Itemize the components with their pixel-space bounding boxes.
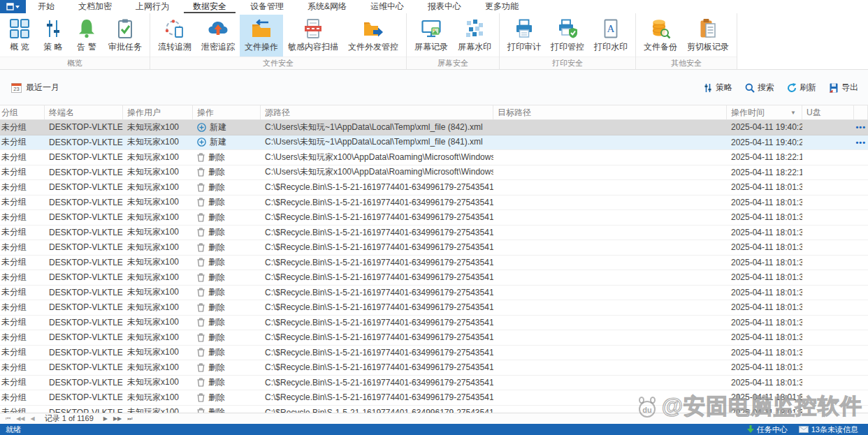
row-more-button[interactable]: ••• xyxy=(854,120,868,135)
ribbon-button-label: 打印水印 xyxy=(594,41,628,53)
toolbar-toolbar-policy-button[interactable]: 策略 xyxy=(703,82,732,94)
source-path-cell: C:\Users\未知玩~1\AppData\Local\Temp\xml_fi… xyxy=(261,120,493,135)
ribbon-button-print-control[interactable]: 打印管控 xyxy=(546,15,589,57)
table-row-17[interactable]: 未分组DESKTOP-VLKTLE1未知玩家x100删除C:\$Recycle.… xyxy=(0,376,868,391)
prev-group-button[interactable]: ◀◀ xyxy=(15,415,26,422)
table-row-1[interactable]: 未分组DESKTOP-VLKTLE1未知玩家x100新建C:\Users\未知玩… xyxy=(0,135,868,151)
sort-desc-icon[interactable]: ▼ xyxy=(790,110,797,116)
usb-cell xyxy=(802,256,854,270)
target-path-cell xyxy=(493,316,727,330)
toolbar-refresh-button[interactable]: 刷新 xyxy=(787,82,816,94)
ribbon-button-print-watermark[interactable]: A打印水印 xyxy=(589,15,632,57)
menu-tab-0[interactable]: 开始 xyxy=(29,0,64,13)
ribbon-button-alert-bell[interactable]: 告 警 xyxy=(70,15,103,57)
ribbon-button-policy-sliders[interactable]: 策 略 xyxy=(36,15,70,57)
table-row-16[interactable]: 未分组DESKTOP-VLKTLE1未知玩家x100删除C:\$Recycle.… xyxy=(0,360,868,376)
table-row-3[interactable]: 未分组DESKTOP-VLKTLE1未知玩家x100删除C:\Users\未知玩… xyxy=(0,165,868,181)
table-row-7[interactable]: 未分组DESKTOP-VLKTLE1未知玩家x100删除C:\$Recycle.… xyxy=(0,226,868,241)
first-page-button[interactable]: ⏮ xyxy=(4,415,12,422)
date-range-filter[interactable]: 23 最近一月 xyxy=(10,79,61,96)
ribbon-button-approval-clipboard[interactable]: 审批任务 xyxy=(103,15,147,57)
column-header-2[interactable]: 操作用户 xyxy=(123,105,193,119)
table-row-14[interactable]: 未分组DESKTOP-VLKTLE1未知玩家x100删除C:\$Recycle.… xyxy=(0,330,868,346)
table-row-5[interactable]: 未分组DESKTOP-VLKTLE1未知玩家x100删除C:\$Recycle.… xyxy=(0,196,868,211)
column-header-8[interactable] xyxy=(854,105,868,119)
task-center-button[interactable]: 任务中心 xyxy=(747,425,788,435)
group-cell: 未分组 xyxy=(0,406,45,413)
time-cell: 2025-04-11 18:01:38 xyxy=(727,270,802,285)
menu-tabs: 开始文档加密上网行为数据安全设备管理系统&网络运维中心报表中心更多功能 xyxy=(26,0,530,13)
ribbon-group-1: 流转追溯泄密追踪文件操作敏感内容扫描文件外发管控文件安全 xyxy=(150,13,407,69)
app-menu-button[interactable] xyxy=(0,0,26,13)
column-header-7[interactable]: U盘 xyxy=(802,105,854,119)
menu-tab-1[interactable]: 文档加密 xyxy=(69,0,121,13)
column-header-0[interactable]: 分组 xyxy=(0,105,45,119)
toolbar-export-button[interactable]: 导出 xyxy=(829,82,858,94)
row-more-button[interactable]: ••• xyxy=(854,135,868,150)
table-row-12[interactable]: 未分组DESKTOP-VLKTLE1未知玩家x100删除C:\$Recycle.… xyxy=(0,300,868,316)
group-cell: 未分组 xyxy=(0,210,45,225)
table-row-8[interactable]: 未分组DESKTOP-VLKTLE1未知玩家x100删除C:\$Recycle.… xyxy=(0,240,868,256)
action-label: 删除 xyxy=(208,196,225,208)
table-row-13[interactable]: 未分组DESKTOP-VLKTLE1未知玩家x100删除C:\$Recycle.… xyxy=(0,316,868,331)
menu-tab-8[interactable]: 更多功能 xyxy=(476,0,528,13)
ribbon-button-flow-trace[interactable]: 流转追溯 xyxy=(153,15,196,57)
column-header-1[interactable]: 终端名 xyxy=(45,105,123,119)
source-path-cell: C:\$Recycle.Bin\S-1-5-21-1619774401-6349… xyxy=(261,316,493,330)
table-row-10[interactable]: 未分组DESKTOP-VLKTLE1未知玩家x100删除C:\$Recycle.… xyxy=(0,270,868,286)
column-header-label: U盘 xyxy=(806,107,821,119)
ribbon-button-leak-cloud[interactable]: 泄密追踪 xyxy=(196,15,240,57)
toolbar-search-button[interactable]: 搜索 xyxy=(745,82,774,94)
menu-tab-6[interactable]: 运维中心 xyxy=(361,0,413,13)
target-path-cell xyxy=(493,360,727,375)
pagination-bar: ⏮ ◀◀ ◀ 记录 1 of 1169 ▶ ▶▶ ⏭ xyxy=(0,413,868,424)
table-row-15[interactable]: 未分组DESKTOP-VLKTLE1未知玩家x100删除C:\$Recycle.… xyxy=(0,346,868,361)
column-header-6[interactable]: 操作时间▼ xyxy=(727,105,802,119)
table-row-9[interactable]: 未分组DESKTOP-VLKTLE1未知玩家x100删除C:\$Recycle.… xyxy=(0,256,868,271)
screen-record-icon xyxy=(421,18,442,39)
ribbon-button-file-operation-folder[interactable]: 文件操作 xyxy=(240,15,283,57)
menu-tab-7[interactable]: 报表中心 xyxy=(419,0,470,13)
next-page-button[interactable]: ▶ xyxy=(102,415,109,422)
table-row-4[interactable]: 未分组DESKTOP-VLKTLE1未知玩家x100删除C:\$Recycle.… xyxy=(0,180,868,196)
ribbon-button-clipboard-record[interactable]: 剪切板记录 xyxy=(682,15,734,57)
action-cell: 删除 xyxy=(193,390,261,405)
usb-cell xyxy=(802,376,854,390)
table-row-19[interactable]: 未分组DESKTOP-VLKTLE1未知玩家x100删除C:\$Recycle.… xyxy=(0,406,868,413)
unread-messages-button[interactable]: 13条未读信息 xyxy=(799,425,858,435)
prev-page-button[interactable]: ◀ xyxy=(29,415,36,422)
last-page-button[interactable]: ⏭ xyxy=(126,415,133,422)
column-header-3[interactable]: 操作 xyxy=(193,105,261,119)
menu-tab-2[interactable]: 上网行为 xyxy=(126,0,178,13)
ribbon-button-screen-watermark[interactable]: 屏幕水印 xyxy=(453,15,496,57)
time-cell: 2025-04-11 18:01:38 xyxy=(727,376,802,390)
target-path-cell xyxy=(493,210,727,225)
target-path-cell xyxy=(493,165,727,180)
ribbon-button-screen-record[interactable]: 屏幕记录 xyxy=(410,15,453,57)
table-row-6[interactable]: 未分组DESKTOP-VLKTLE1未知玩家x100删除C:\$Recycle.… xyxy=(0,210,868,226)
ribbon-button-file-backup[interactable]: 文件备份 xyxy=(639,15,682,57)
user-cell: 未知玩家x100 xyxy=(123,406,193,413)
menu-tab-4[interactable]: 设备管理 xyxy=(241,0,293,13)
ribbon-group-2: 屏幕记录屏幕水印屏幕安全 xyxy=(407,13,500,69)
menu-tab-3[interactable]: 数据安全 xyxy=(184,0,236,13)
column-header-5[interactable]: 目标路径 xyxy=(493,105,727,119)
table-row-2[interactable]: 未分组DESKTOP-VLKTLE1未知玩家x100删除C:\Users\未知玩… xyxy=(0,150,868,165)
group-cell: 未分组 xyxy=(0,196,45,210)
user-cell: 未知玩家x100 xyxy=(123,210,193,225)
table-row-11[interactable]: 未分组DESKTOP-VLKTLE1未知玩家x100删除C:\$Recycle.… xyxy=(0,286,868,301)
action-cell: 新建 xyxy=(193,135,261,150)
user-cell: 未知玩家x100 xyxy=(123,150,193,165)
column-header-4[interactable]: 源路径 xyxy=(261,105,493,119)
ribbon-button-sensitive-scan[interactable]: 敏感内容扫描 xyxy=(283,15,343,57)
menu-tab-5[interactable]: 系统&网络 xyxy=(298,0,356,13)
table-row-18[interactable]: 未分组DESKTOP-VLKTLE1未知玩家x100删除C:\$Recycle.… xyxy=(0,390,868,406)
ribbon-button-overview-grid[interactable]: 概 览 xyxy=(3,15,36,57)
table-row-0[interactable]: 未分组DESKTOP-VLKTLE1未知玩家x100新建C:\Users\未知玩… xyxy=(0,120,868,135)
column-header-label: 目标路径 xyxy=(498,107,531,119)
circle-plus-icon xyxy=(197,138,206,147)
ribbon-button-print-audit[interactable]: 打印审计 xyxy=(502,15,546,57)
ribbon-button-file-send-folder[interactable]: 文件外发管控 xyxy=(343,15,403,57)
row-more-cell xyxy=(854,360,868,375)
next-group-button[interactable]: ▶▶ xyxy=(112,415,123,422)
